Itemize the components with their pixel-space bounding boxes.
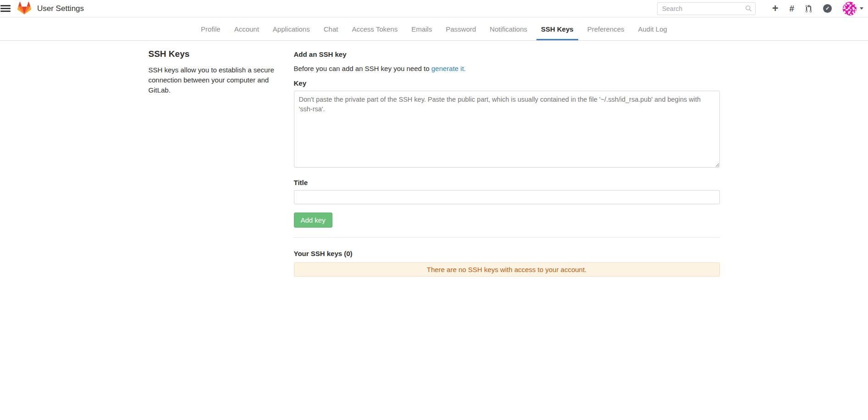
title-field-label: Title — [294, 179, 720, 186]
new-item-plus-icon[interactable]: + — [772, 3, 778, 14]
generate-key-hint: Before you can add an SSH key you need t… — [294, 65, 720, 72]
merge-requests-icon[interactable] — [805, 5, 812, 13]
generate-key-hint-text: Before you can add an SSH key you need t… — [294, 65, 431, 72]
todos-check-icon[interactable]: ✓ — [823, 4, 832, 13]
ssh-key-form-column: Add an SSH key Before you can add an SSH… — [294, 49, 720, 277]
chevron-down-icon — [860, 7, 863, 10]
tab-ssh-keys[interactable]: SSH Keys — [536, 17, 578, 40]
title-input[interactable] — [294, 190, 720, 204]
tab-notifications[interactable]: Notifications — [485, 17, 532, 40]
ssh-key-textarea[interactable] — [294, 91, 720, 168]
settings-tabbar: Profile Account Applications Chat Access… — [0, 17, 868, 41]
tab-applications[interactable]: Applications — [268, 17, 315, 40]
navbar-icons: + # ✓ — [772, 2, 863, 16]
search-icon — [745, 5, 752, 14]
tab-audit-log[interactable]: Audit Log — [634, 17, 672, 40]
key-field-label: Key — [294, 79, 720, 87]
section-description: SSH keys allow you to establish a secure… — [149, 65, 276, 95]
user-menu[interactable] — [843, 2, 863, 16]
user-avatar[interactable] — [843, 2, 857, 16]
search-box — [657, 2, 756, 15]
add-key-button[interactable]: Add key — [294, 213, 332, 228]
tab-password[interactable]: Password — [441, 17, 481, 40]
generate-it-link[interactable]: generate it. — [431, 65, 466, 72]
tab-chat[interactable]: Chat — [319, 17, 343, 40]
issues-hash-icon[interactable]: # — [789, 4, 794, 13]
tab-profile[interactable]: Profile — [196, 17, 225, 40]
section-info-column: SSH Keys SSH keys allow you to establish… — [149, 49, 294, 277]
top-navbar: User Settings + # ✓ — [0, 0, 868, 17]
tab-account[interactable]: Account — [230, 17, 264, 40]
tab-preferences[interactable]: Preferences — [583, 17, 629, 40]
hamburger-menu-icon[interactable] — [0, 5, 11, 12]
gitlab-logo-icon[interactable] — [17, 2, 31, 15]
your-ssh-keys-heading: Your SSH keys (0) — [294, 250, 720, 257]
tab-emails[interactable]: Emails — [407, 17, 437, 40]
section-divider — [294, 237, 720, 238]
section-heading: SSH Keys — [149, 49, 276, 59]
tab-access-tokens[interactable]: Access Tokens — [347, 17, 402, 40]
add-ssh-key-heading: Add an SSH key — [294, 50, 720, 58]
ssh-keys-content: SSH Keys SSH keys allow you to establish… — [149, 41, 720, 277]
search-input[interactable] — [657, 2, 756, 15]
navbar-right-group: + # ✓ — [657, 2, 863, 16]
empty-keys-alert: There are no SSH keys with access to you… — [294, 262, 720, 277]
gitlab-user-settings-page: User Settings + # ✓ — [0, 0, 868, 420]
page-title: User Settings — [37, 4, 84, 13]
